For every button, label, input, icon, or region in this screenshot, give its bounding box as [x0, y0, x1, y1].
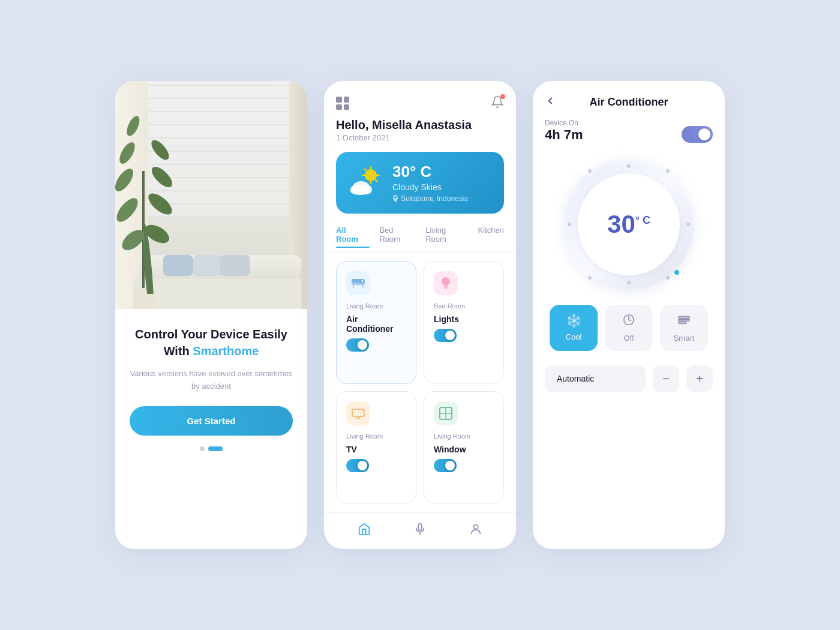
dashboard-screen: Hello, Misella Anastasia 1 October 2021 [324, 81, 516, 549]
svg-rect-28 [445, 287, 447, 289]
svg-point-26 [442, 277, 450, 286]
temp-increase-button[interactable]: + [686, 365, 713, 392]
devices-grid: Living Room Air Conditioner Bed Room Lig… [324, 253, 516, 512]
weather-card: 30° C Cloudy Skies Sukabumi, Indonesia [336, 152, 504, 214]
svg-point-7 [116, 140, 138, 166]
dashboard-header [324, 81, 516, 118]
svg-point-25 [362, 280, 364, 282]
device-on-label: Device On [545, 119, 583, 127]
device-card-lights[interactable]: Bed Room Lights [424, 261, 504, 384]
tv-toggle[interactable] [346, 459, 369, 472]
mode-buttons: ❄️ Cool Off [533, 305, 725, 351]
device-on-info: Device On 4h 7m [545, 119, 583, 143]
device-on-time: 4h 7m [545, 127, 583, 143]
cool-label: Cool [566, 332, 582, 341]
bell-button[interactable] [491, 95, 504, 111]
window-name: Window [434, 445, 494, 454]
ac-detail-screen: Air Conditioner Device On 4h 7m [533, 81, 725, 549]
auto-row: Automatic − + [533, 356, 725, 401]
window-icon-wrapper [434, 401, 458, 425]
ac-icon-wrapper [346, 271, 370, 295]
temperature-dial[interactable]: 30° C [533, 152, 725, 305]
tab-bed-room[interactable]: Bed Room [379, 226, 416, 247]
svg-rect-35 [418, 524, 422, 530]
tab-living-room[interactable]: Living Room [425, 226, 468, 247]
nav-user[interactable] [469, 523, 482, 539]
greeting-area: Hello, Misella Anastasia 1 October 2021 [324, 118, 516, 145]
svg-point-4 [145, 190, 175, 218]
dot-1 [200, 446, 205, 451]
back-button[interactable] [545, 95, 556, 109]
grid-icon[interactable] [336, 97, 349, 110]
automatic-pill[interactable]: Automatic [545, 365, 646, 392]
svg-line-16 [376, 179, 377, 181]
cool-icon: ❄️ [566, 313, 582, 329]
lights-name: Lights [434, 314, 494, 324]
temp-decrease-button[interactable]: − [653, 365, 679, 392]
onboarding-title: Control Your Device Easily With Smarthom… [135, 326, 287, 359]
dial-inner: 30° C [578, 173, 680, 275]
device-card-window[interactable]: Living Room Window [424, 391, 504, 505]
smart-label: Smart [674, 334, 695, 343]
window-toggle[interactable] [434, 459, 457, 472]
off-label: Off [623, 334, 634, 343]
onboarding-screen: Control Your Device Easily With Smarthom… [115, 81, 307, 549]
svg-rect-30 [353, 410, 364, 416]
svg-line-15 [365, 169, 367, 170]
tv-room: Living Room [346, 433, 406, 440]
pagination-dots [200, 446, 223, 451]
weather-icon [348, 166, 384, 200]
nav-mic[interactable] [413, 523, 427, 539]
onboarding-content: Control Your Device Easily With Smarthom… [115, 309, 307, 549]
lights-icon-wrapper [434, 271, 458, 295]
mode-off[interactable]: Off [605, 305, 653, 351]
ac-room: Living Room [346, 302, 406, 310]
svg-rect-39 [679, 317, 689, 319]
weather-desc: Cloudy Skies [392, 182, 492, 192]
ac-detail-header: Air Conditioner [533, 81, 725, 119]
svg-point-6 [148, 163, 175, 190]
smart-icon [677, 313, 691, 330]
svg-rect-24 [362, 285, 364, 288]
device-card-tv[interactable]: Living Room TV [336, 391, 416, 505]
mode-smart[interactable]: Smart [660, 305, 708, 351]
room-tabs: All Room Bed Room Living Room Kitchen [324, 221, 516, 253]
greeting-date: 1 October 2021 [336, 133, 504, 142]
off-icon [622, 313, 635, 330]
svg-point-5 [115, 166, 137, 194]
ac-detail-title: Air Conditioner [563, 96, 695, 109]
svg-rect-31 [356, 417, 360, 419]
svg-point-9 [124, 114, 142, 137]
svg-rect-27 [444, 286, 448, 287]
ac-toggle[interactable] [346, 338, 369, 352]
tab-kitchen[interactable]: Kitchen [478, 226, 504, 247]
tv-icon-wrapper [346, 401, 370, 425]
dial-outer: 30° C [563, 158, 695, 290]
svg-point-8 [148, 137, 172, 163]
svg-point-3 [115, 195, 142, 226]
lights-toggle[interactable] [434, 329, 457, 342]
dot-2 [208, 446, 223, 451]
weather-location: Sukabumi, Indonesia [392, 194, 492, 203]
device-card-ac[interactable]: Living Room Air Conditioner [336, 261, 416, 384]
nav-home[interactable] [358, 523, 371, 539]
weather-info: 30° C Cloudy Skies Sukabumi, Indonesia [392, 163, 492, 203]
onboarding-subtitle: Various versions have evolved over somet… [130, 368, 293, 393]
bottom-nav [324, 512, 516, 549]
tv-name: TV [346, 445, 406, 454]
device-on-row: Device On 4h 7m [533, 119, 725, 152]
svg-point-37 [474, 525, 478, 529]
get-started-button[interactable]: Get Started [130, 406, 293, 436]
greeting-name: Hello, Misella Anastasia [336, 118, 504, 132]
tab-all-room[interactable]: All Room [336, 226, 370, 247]
svg-point-20 [350, 187, 370, 195]
mode-cool[interactable]: ❄️ Cool [550, 305, 598, 351]
weather-temp: 30° C [392, 163, 492, 181]
temperature-display: 30° C [607, 210, 650, 239]
room-image [115, 81, 307, 309]
power-toggle[interactable] [682, 126, 713, 143]
window-room: Living Room [434, 433, 494, 440]
svg-rect-41 [679, 322, 686, 324]
lights-room: Bed Room [434, 302, 494, 310]
svg-rect-23 [353, 285, 354, 288]
